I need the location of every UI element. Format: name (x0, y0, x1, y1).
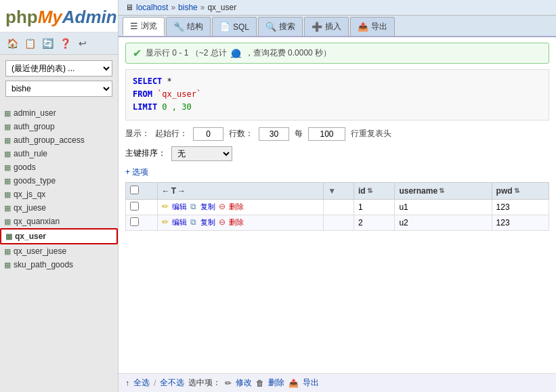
row2-checkbox[interactable] (130, 217, 139, 226)
row1-edit-icon[interactable]: ✏ (162, 202, 169, 211)
row1-copy-link[interactable]: 复制 (200, 202, 215, 211)
tab-structure-label: 结构 (187, 21, 203, 32)
status-text: 显示行 0 - 1 （~2 总计 (146, 47, 227, 59)
back-icon[interactable]: ↩ (76, 37, 89, 50)
bottom-export-icon: 📤 (288, 378, 299, 388)
sql-from-keyword: FROM (133, 89, 152, 99)
sort-row: 主键排序： 无 (125, 146, 549, 161)
tab-export[interactable]: 📤 导出 (350, 17, 395, 36)
breadcrumb-server-icon: 🖥 (125, 3, 133, 12)
tab-search[interactable]: 🔍 搜索 (258, 17, 303, 36)
table-row: ✏ 编辑 ⧉ 复制 ⊖ 删除 2 u2 123 (126, 215, 549, 230)
tab-structure[interactable]: 🔧 结构 (166, 17, 211, 36)
recent-tables-select[interactable]: (最近使用的表) ... (5, 60, 112, 77)
row-count-input[interactable] (259, 127, 289, 141)
bottom-edit-icon: ✏ (225, 378, 232, 388)
success-icon: ✔ (133, 47, 142, 60)
breadcrumb-server[interactable]: localhost (136, 3, 168, 12)
help-icon[interactable]: ❓ (58, 37, 72, 50)
row2-delete-icon[interactable]: ⊖ (219, 217, 226, 227)
tab-sql-label: SQL (233, 22, 249, 32)
sql-tab-icon: 📄 (219, 22, 230, 32)
start-row-input[interactable] (193, 127, 223, 141)
row1-delete-icon[interactable]: ⊖ (219, 202, 226, 211)
row1-checkbox[interactable] (130, 202, 139, 211)
row1-delete-link[interactable]: 删除 (229, 202, 244, 211)
options-link[interactable]: + 选项 (125, 167, 549, 178)
table-item-goods-type[interactable]: ▦ goods_type (0, 174, 118, 188)
filter-icon[interactable]: ▼ (328, 186, 336, 196)
table-icon: ▦ (4, 109, 11, 118)
row2-delete-link[interactable]: 删除 (229, 218, 244, 226)
status-info-link[interactable]: 🔵 (231, 49, 241, 58)
table-item-admin-user[interactable]: ▦ admin_user (0, 106, 118, 120)
table-icon: ▦ (4, 163, 11, 172)
logo-text: phpMyAdmin (5, 7, 117, 27)
table-icon: ▦ (4, 204, 11, 213)
recent-icon[interactable]: 📋 (23, 37, 37, 50)
table-item-qx-juese[interactable]: ▦ qx_juese (0, 201, 118, 215)
sql-limit-values: 0 , 30 (157, 102, 192, 112)
table-item-sku-path-goods[interactable]: ▦ sku_path_goods (0, 258, 118, 271)
table-name: admin_user (14, 108, 56, 118)
table-item-qx-user-juese[interactable]: ▦ qx_user_juese (0, 244, 118, 258)
row1-filter-cell (324, 199, 354, 215)
pwd-sort-icon[interactable]: ⇅ (514, 187, 519, 194)
database-select[interactable]: bishe (5, 81, 112, 97)
tab-search-label: 搜索 (279, 21, 295, 32)
table-item-auth-rule[interactable]: ▦ auth_rule (0, 147, 118, 160)
row2-edit-link[interactable]: 编辑 (172, 218, 187, 226)
row2-actions: ✏ 编辑 ⧉ 复制 ⊖ 删除 (157, 215, 324, 230)
col-username-label: username (399, 186, 437, 196)
tab-insert[interactable]: ➕ 插入 (304, 17, 349, 36)
tab-browse[interactable]: ☰ 浏览 (123, 17, 165, 36)
breadcrumb-sep1: » (171, 3, 175, 12)
sql-display: SELECT * FROM `qx_user` LIMIT 0 , 30 (125, 69, 549, 121)
row2-checkbox-cell (126, 215, 158, 230)
breadcrumb: 🖥 localhost » bishe » qx_user (119, 0, 556, 16)
tab-sql[interactable]: 📄 SQL (212, 17, 257, 36)
bottom-up-icon: ↑ (125, 378, 129, 388)
table-name: auth_rule (14, 149, 47, 158)
table-icon: ▦ (5, 232, 12, 241)
refresh-icon[interactable]: 🔄 (41, 37, 54, 50)
select-all-link[interactable]: 全选 (133, 377, 150, 389)
table-item-auth-group-access[interactable]: ▦ auth_group_access (0, 133, 118, 147)
sort-select[interactable]: 无 (171, 146, 232, 161)
col-actions-right-icon[interactable]: → (177, 186, 186, 196)
repeat-header-input[interactable] (308, 127, 345, 141)
id-sort-icon[interactable]: ⇅ (367, 187, 372, 194)
table-item-qx-quanxian[interactable]: ▦ qx_quanxian (0, 215, 118, 228)
sql-line1: SELECT * (133, 75, 542, 88)
table-item-qx-js-qx[interactable]: ▦ qx_js_qx (0, 188, 118, 201)
insert-tab-icon: ➕ (312, 22, 322, 32)
sql-line2: FROM `qx_user` (133, 88, 542, 101)
db-select-area: (最近使用的表) ... bishe (0, 55, 118, 106)
deselect-all-link[interactable]: 全不选 (160, 377, 184, 389)
logo-my: My (38, 7, 62, 27)
col-actions-left-icon[interactable]: ← (162, 186, 170, 196)
row1-edit-link[interactable]: 编辑 (172, 202, 187, 211)
bottom-edit-link[interactable]: 修改 (236, 377, 252, 389)
search-tab-icon: 🔍 (265, 22, 276, 32)
table-item-goods[interactable]: ▦ goods (0, 160, 118, 174)
table-item-qx-user[interactable]: ▦ qx_user (0, 228, 118, 244)
home-icon[interactable]: 🏠 (5, 37, 19, 50)
bottom-export-link[interactable]: 导出 (303, 377, 319, 389)
table-item-auth-group[interactable]: ▦ auth_group (0, 120, 118, 133)
row1-copy-icon[interactable]: ⧉ (190, 202, 196, 211)
row2-edit-icon[interactable]: ✏ (162, 217, 169, 227)
pagination-controls: 显示： 起始行： 行数： 每 行重复表头 (125, 127, 549, 141)
row2-pwd: 123 (492, 215, 549, 230)
table-icon: ▦ (4, 261, 11, 269)
row2-copy-link[interactable]: 复制 (200, 218, 215, 226)
breadcrumb-db[interactable]: bishe (178, 3, 198, 12)
bottom-delete-link[interactable]: 删除 (268, 377, 284, 389)
bottom-delete-icon: 🗑 (256, 378, 264, 388)
select-all-checkbox[interactable] (130, 186, 139, 194)
sql-table-name: `qx_user` (152, 89, 201, 99)
row2-copy-icon[interactable]: ⧉ (190, 217, 196, 227)
row1-pwd: 123 (492, 199, 549, 215)
username-sort-icon[interactable]: ⇅ (439, 187, 444, 194)
repeat-header-label: 行重复表头 (351, 128, 391, 139)
